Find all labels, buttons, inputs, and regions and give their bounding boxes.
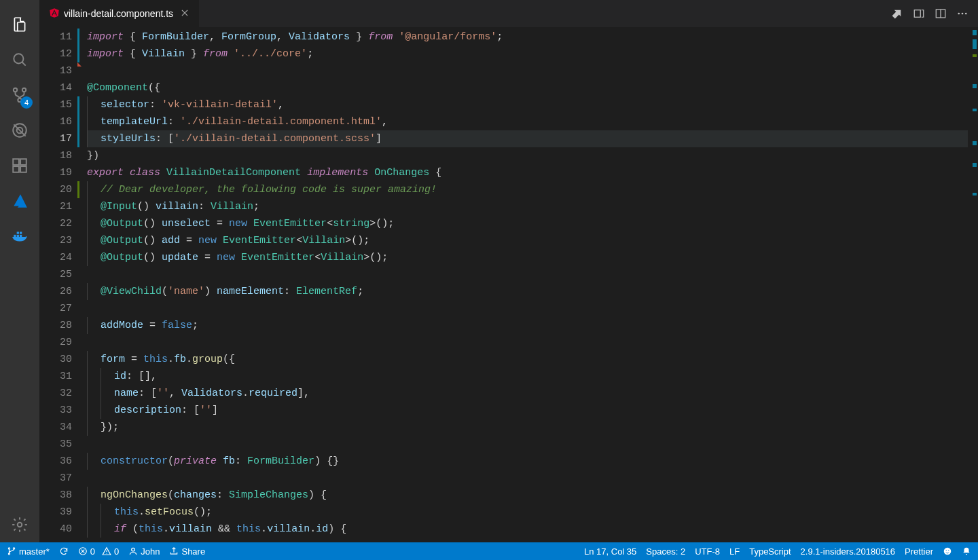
code-line[interactable]: ngOnChanges(changes: SimpleChanges) { (87, 487, 968, 504)
code-line[interactable]: }) (87, 147, 968, 164)
code-line[interactable]: @Output() add = new EventEmitter<Villain… (87, 232, 968, 249)
code-line[interactable]: import { Villain } from '../../core'; (87, 45, 968, 62)
code-line[interactable] (87, 334, 968, 351)
code-line[interactable]: templateUrl: './villain-detail.component… (87, 113, 968, 130)
debug-icon[interactable] (0, 113, 39, 148)
code-line[interactable] (87, 436, 968, 453)
status-indentation[interactable]: Spaces: 2 (646, 546, 685, 557)
tab-close-icon[interactable] (180, 8, 189, 20)
svg-rect-8 (13, 166, 19, 172)
source-control-icon[interactable]: 4 (0, 77, 39, 113)
status-branch[interactable]: master* (7, 546, 50, 557)
settings-gear-icon[interactable] (0, 507, 39, 542)
status-cursor-position[interactable]: Ln 17, Col 35 (584, 546, 636, 557)
code-line[interactable]: @Component({ (87, 79, 968, 96)
svg-point-25 (132, 548, 135, 551)
svg-rect-11 (17, 235, 19, 237)
svg-point-1 (14, 88, 17, 92)
code-line[interactable] (87, 300, 968, 317)
activity-bar: 4 (0, 0, 39, 542)
extensions-icon[interactable] (0, 148, 39, 183)
azure-icon[interactable] (0, 183, 39, 219)
minimap[interactable] (968, 27, 978, 542)
status-formatter[interactable]: Prettier (905, 546, 933, 557)
tab-bar: villain-detail.component.ts (39, 0, 978, 27)
code-line[interactable]: addMode = false; (87, 317, 968, 334)
svg-rect-10 (14, 235, 16, 237)
code-line[interactable]: // Dear developer, the following code is… (87, 181, 968, 198)
code-line[interactable]: description: [''] (87, 402, 968, 419)
editor-actions (891, 0, 978, 27)
status-sync-icon[interactable] (59, 546, 69, 556)
explorer-icon[interactable] (0, 7, 39, 42)
code-line[interactable]: }); (87, 419, 968, 436)
svg-rect-7 (20, 159, 26, 165)
status-problems[interactable]: 0 0 (78, 546, 119, 557)
code-line[interactable]: @Input() villain: Villain; (87, 198, 968, 215)
status-ts-version[interactable]: 2.9.1-insiders.20180516 (801, 546, 896, 557)
status-eol[interactable]: LF (729, 546, 740, 557)
scm-badge: 4 (20, 96, 33, 109)
svg-rect-6 (13, 159, 19, 165)
svg-rect-12 (20, 235, 22, 237)
status-bar: master* 0 0 John Share Ln 17, Col 35 Spa… (0, 542, 978, 560)
code-line[interactable]: import { FormBuilder, FormGroup, Validat… (87, 29, 968, 45)
svg-rect-9 (20, 166, 26, 172)
search-icon[interactable] (0, 42, 39, 77)
code-line[interactable] (87, 62, 968, 79)
tab-filename: villain-detail.component.ts (64, 8, 173, 19)
svg-point-15 (18, 523, 22, 527)
svg-point-2 (22, 88, 26, 92)
svg-point-28 (948, 550, 949, 550)
code-line[interactable]: styleUrls: ['./villain-detail.component.… (87, 130, 968, 147)
code-line[interactable]: id: [], (87, 368, 968, 385)
svg-rect-14 (20, 232, 22, 234)
svg-point-23 (8, 553, 10, 555)
code-line[interactable]: if (this.villain && this.villain.id) { (87, 521, 968, 538)
code-line[interactable]: @ViewChild('name') nameElement: ElementR… (87, 283, 968, 300)
open-changes-icon[interactable] (913, 7, 925, 20)
svg-point-26 (944, 548, 952, 555)
code-line[interactable]: form = this.fb.group({ (87, 351, 968, 368)
svg-point-21 (8, 548, 10, 549)
status-language[interactable]: TypeScript (749, 546, 791, 557)
main-area: 4 villain-detail.component.ts (0, 0, 978, 542)
line-number-gutter: 1112131415161718192021222324252627282930… (39, 27, 87, 542)
status-bell-icon[interactable] (962, 546, 971, 556)
editor-region: villain-detail.component.ts 111213141516… (39, 0, 978, 542)
angular-file-icon (49, 7, 60, 20)
svg-point-19 (962, 13, 964, 15)
status-share[interactable]: Share (169, 546, 205, 557)
code-line[interactable]: @Output() unselect = new EventEmitter<st… (87, 215, 968, 232)
code-line[interactable] (87, 470, 968, 487)
svg-point-27 (946, 550, 947, 550)
editor-body[interactable]: 1112131415161718192021222324252627282930… (39, 27, 978, 542)
svg-point-18 (958, 13, 960, 15)
code-line[interactable]: selector: 'vk-villain-detail', (87, 96, 968, 113)
git-compare-icon[interactable] (891, 7, 903, 20)
status-feedback-icon[interactable] (943, 546, 952, 556)
code-line[interactable]: name: ['', Validators.required], (87, 385, 968, 402)
svg-point-20 (965, 13, 967, 15)
svg-rect-13 (17, 232, 19, 234)
more-actions-icon[interactable] (956, 7, 968, 20)
svg-point-22 (13, 548, 14, 549)
status-encoding[interactable]: UTF-8 (695, 546, 720, 557)
docker-icon[interactable] (0, 219, 39, 254)
split-editor-icon[interactable] (935, 7, 947, 20)
code-line[interactable]: @Output() update = new EventEmitter<Vill… (87, 249, 968, 266)
code-line[interactable]: export class VillainDetailComponent impl… (87, 164, 968, 181)
tab-villain-detail[interactable]: villain-detail.component.ts (39, 0, 200, 27)
code-line[interactable]: this.setFocus(); (87, 504, 968, 521)
status-live-share[interactable]: John (128, 546, 160, 557)
code-line[interactable] (87, 266, 968, 283)
svg-rect-16 (914, 10, 920, 18)
code-content[interactable]: import { FormBuilder, FormGroup, Validat… (87, 27, 968, 542)
code-line[interactable]: constructor(private fb: FormBuilder) {} (87, 453, 968, 470)
